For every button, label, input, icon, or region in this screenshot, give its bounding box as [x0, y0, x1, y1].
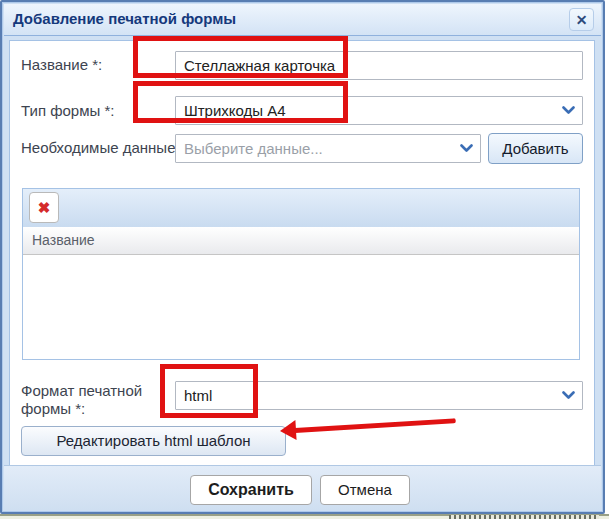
background-page-texture — [449, 515, 599, 519]
chevron-down-icon — [460, 144, 473, 153]
name-input[interactable] — [175, 51, 583, 80]
chevron-down-icon — [562, 391, 575, 400]
grid-toolbar: ✖ — [23, 189, 579, 228]
add-button[interactable]: Добавить — [488, 133, 583, 164]
add-print-form-dialog: Добавление печатной формы ✕ Название *: … — [0, 0, 605, 514]
chevron-down-icon — [562, 106, 575, 115]
dialog-titlebar: Добавление печатной формы ✕ — [4, 4, 601, 36]
format-select[interactable]: html — [175, 381, 583, 410]
grid-header-row[interactable]: Название — [23, 227, 579, 255]
cancel-button[interactable]: Отмена — [320, 475, 410, 505]
screenshot-stage: Добавление печатной формы ✕ Название *: … — [0, 0, 609, 519]
required-data-placeholder: Выберите данные... — [184, 140, 452, 157]
format-value: html — [184, 387, 554, 404]
close-icon[interactable]: ✕ — [569, 8, 594, 31]
edit-html-template-button[interactable]: Редактировать html шаблон — [21, 426, 286, 456]
grid-body[interactable] — [23, 255, 579, 359]
form-type-label: Тип формы *: — [21, 102, 114, 120]
grid-column-name: Название — [32, 232, 95, 248]
background-page-strip — [0, 514, 609, 519]
required-data-label: Необходимые данные: — [21, 139, 180, 157]
form-type-select[interactable]: Штрихкоды А4 — [175, 96, 583, 125]
delete-icon[interactable]: ✖ — [29, 192, 59, 223]
dialog-content: Название *: Тип формы *: Штрихкоды А4 Не… — [9, 40, 595, 468]
name-label: Название *: — [21, 56, 102, 74]
format-label: Формат печатной формы *: — [21, 382, 156, 418]
dialog-footer: Сохранить Отмена — [4, 465, 601, 510]
form-type-value: Штрихкоды А4 — [184, 102, 554, 119]
dialog-title: Добавление печатной формы — [13, 10, 236, 27]
required-data-select[interactable]: Выберите данные... — [175, 134, 481, 163]
data-grid: ✖ Название — [22, 188, 580, 360]
save-button[interactable]: Сохранить — [190, 475, 312, 505]
